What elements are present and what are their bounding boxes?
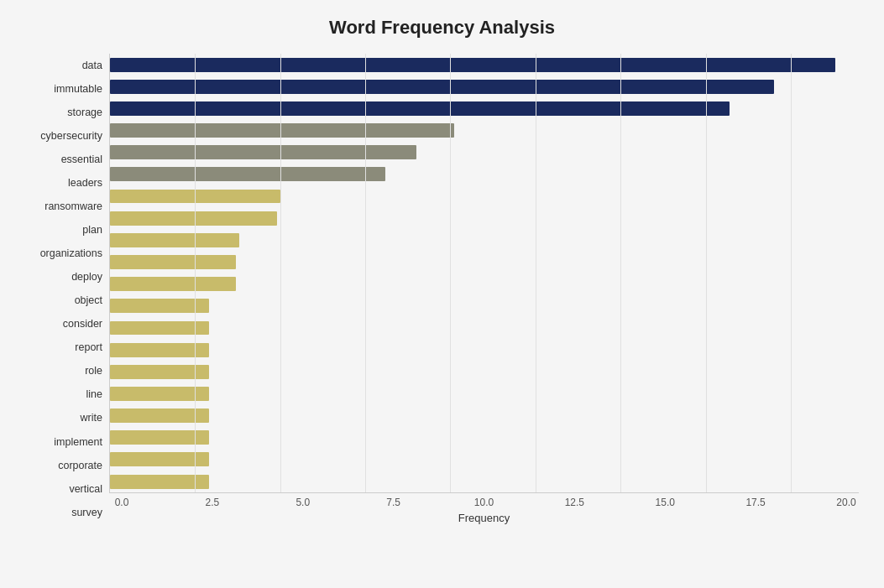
bar-report (110, 321, 209, 336)
bar-row (110, 295, 859, 317)
y-label-role: role (85, 360, 102, 383)
x-axis-label: 17.5 (743, 497, 768, 508)
y-label-organizations: organizations (40, 242, 102, 265)
bar-survey (110, 475, 209, 489)
y-label-vertical: vertical (69, 477, 102, 501)
bar-row (110, 229, 859, 251)
chart-title: Word Frequency Analysis (25, 17, 859, 39)
bar-row (110, 97, 859, 119)
bar-row (110, 75, 859, 97)
bar-corporate (110, 430, 209, 445)
bar-row (110, 142, 859, 164)
y-label-report: report (75, 336, 102, 360)
bar-data (110, 58, 835, 72)
y-label-data: data (82, 54, 102, 77)
y-label-ransomware: ransomware (44, 195, 102, 218)
bar-immutable (110, 80, 774, 94)
bar-row (110, 427, 859, 449)
x-axis-label: 7.5 (381, 497, 406, 508)
chart-container: Word Frequency Analysis dataimmutablesto… (0, 0, 884, 588)
y-label-immutable: immutable (54, 77, 102, 101)
bar-storage (110, 101, 730, 116)
bar-row (110, 317, 859, 339)
bar-object (110, 277, 236, 291)
bar-row (110, 471, 859, 492)
y-label-write: write (81, 407, 102, 430)
bar-leaders (110, 167, 385, 181)
chart-area: dataimmutablestoragecybersecurityessenti… (25, 54, 859, 524)
bar-row (110, 361, 859, 382)
bar-row (110, 339, 859, 361)
bar-deploy (110, 255, 236, 269)
x-axis-label: 10.0 (472, 497, 497, 508)
bar-row (110, 251, 859, 273)
x-axis-label: 0.0 (109, 497, 134, 508)
x-axis-label: 2.5 (200, 497, 225, 508)
bar-row (110, 449, 859, 471)
y-label-plan: plan (82, 218, 102, 242)
y-label-line: line (86, 383, 102, 407)
bar-role (110, 343, 209, 357)
bar-row (110, 185, 859, 207)
bar-row (110, 54, 859, 75)
bar-organizations (110, 233, 239, 247)
bar-essential (110, 145, 416, 159)
bar-cybersecurity (110, 123, 454, 138)
y-label-survey: survey (71, 501, 102, 524)
y-label-implement: implement (54, 430, 102, 454)
x-axis-label: 20.0 (834, 497, 859, 508)
bar-plan (110, 211, 277, 226)
bar-row (110, 405, 859, 427)
bar-ransomware (110, 190, 280, 204)
bar-row (110, 164, 859, 185)
bar-vertical (110, 452, 209, 466)
bar-implement (110, 408, 209, 423)
x-axis-label: 5.0 (290, 497, 316, 508)
x-axis-label: 15.0 (652, 497, 677, 508)
bar-row (110, 119, 859, 141)
bar-write (110, 387, 209, 401)
plot-area: 0.02.55.07.510.012.515.017.520.0 Frequen… (109, 54, 859, 524)
bar-row (110, 207, 859, 229)
bar-line (110, 365, 209, 379)
y-label-cybersecurity: cybersecurity (40, 124, 102, 148)
y-label-leaders: leaders (68, 171, 102, 195)
x-axis-title: Frequency (109, 512, 859, 524)
y-label-consider: consider (63, 313, 102, 336)
x-axis-label: 12.5 (562, 497, 587, 508)
y-axis-labels: dataimmutablestoragecybersecurityessenti… (25, 54, 109, 524)
bar-row (110, 382, 859, 404)
y-label-corporate: corporate (58, 454, 102, 477)
x-axis-labels: 0.02.55.07.510.012.515.017.520.0 (109, 497, 859, 508)
bars-wrapper (109, 54, 859, 493)
bar-consider (110, 299, 209, 313)
y-label-storage: storage (67, 101, 102, 124)
y-label-deploy: deploy (71, 265, 102, 289)
y-label-object: object (75, 289, 102, 312)
bar-row (110, 273, 859, 295)
y-label-essential: essential (61, 148, 102, 171)
